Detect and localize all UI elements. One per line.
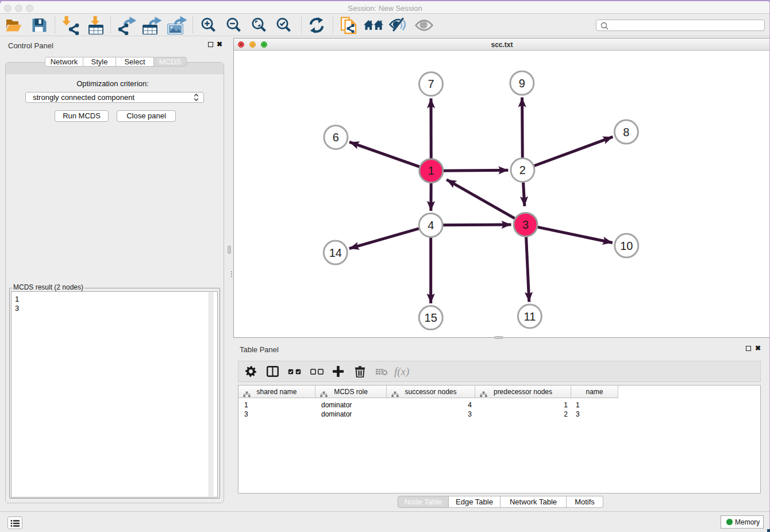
svg-text:9: 9 bbox=[519, 77, 525, 90]
svg-text:15: 15 bbox=[425, 311, 437, 324]
svg-text:8: 8 bbox=[623, 126, 629, 138]
svg-text:7: 7 bbox=[428, 78, 434, 90]
svg-text:6: 6 bbox=[333, 131, 339, 144]
svg-text:2: 2 bbox=[519, 164, 526, 176]
svg-text:f(x): f(x) bbox=[394, 365, 409, 378]
svg-text:11: 11 bbox=[524, 310, 536, 323]
svg-text:4: 4 bbox=[428, 219, 434, 232]
svg-text:1: 1 bbox=[428, 164, 434, 177]
svg-text:14: 14 bbox=[329, 246, 342, 259]
svg-text:3: 3 bbox=[522, 218, 529, 231]
svg-text:10: 10 bbox=[620, 240, 633, 252]
